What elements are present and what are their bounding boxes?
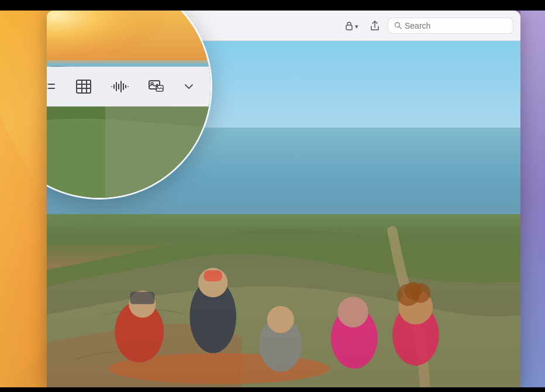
list-icon — [47, 79, 57, 94]
toolbar-right — [342, 18, 513, 34]
lock-button[interactable] — [342, 19, 362, 33]
mag-audio-tool[interactable] — [111, 79, 129, 94]
bottom-bar — [0, 387, 545, 392]
svg-rect-11 — [130, 292, 154, 304]
svg-point-32 — [47, 87, 47, 90]
svg-point-23 — [405, 282, 422, 299]
search-input[interactable] — [405, 21, 507, 30]
chevron-down-icon — [183, 81, 195, 92]
browser-window: Aa — [47, 11, 520, 387]
magnify-circle: Aa — [47, 11, 211, 198]
audio-icon — [111, 79, 129, 94]
mag-list-tool[interactable] — [47, 79, 57, 94]
svg-line-7 — [399, 27, 402, 29]
media-icon — [148, 80, 164, 94]
svg-rect-5 — [346, 25, 352, 30]
svg-rect-14 — [203, 270, 222, 281]
table-icon — [75, 79, 92, 94]
svg-point-16 — [267, 306, 294, 333]
right-panel — [520, 11, 545, 387]
share-button[interactable] — [367, 18, 383, 34]
svg-rect-34 — [77, 80, 91, 93]
svg-point-50 — [157, 86, 158, 88]
magnified-toolbar: Aa — [47, 67, 211, 106]
search-bar[interactable] — [388, 18, 513, 34]
svg-point-30 — [47, 83, 47, 86]
search-icon — [394, 22, 402, 29]
magnify-content: Aa — [47, 11, 211, 198]
top-bar — [0, 0, 545, 11]
mag-more-tool[interactable] — [183, 81, 195, 92]
mag-table-tool[interactable] — [75, 79, 92, 94]
share-icon — [370, 20, 380, 31]
svg-point-18 — [337, 297, 368, 328]
mag-media-tool[interactable] — [148, 80, 164, 94]
lock-icon — [345, 21, 353, 30]
lock-chevron — [355, 21, 358, 30]
